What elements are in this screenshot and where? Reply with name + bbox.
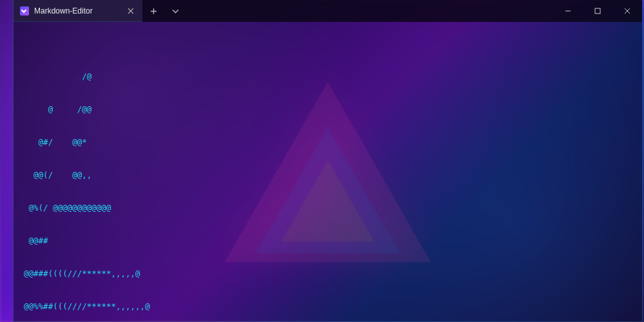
tab-title: Markdown-Editor — [34, 6, 93, 15]
close-button[interactable] — [612, 0, 642, 22]
ascii-art-line: @@## — [24, 235, 632, 246]
minimize-button[interactable] — [553, 0, 583, 22]
ascii-art-line: @%(/ @@@@@@@@@@@@ — [24, 202, 632, 213]
ascii-art-line: @@(/ @@,, — [24, 169, 632, 180]
terminal-window: Markdown-Editor /@ — [13, 0, 643, 322]
close-tab-icon[interactable] — [126, 6, 136, 16]
app-icon — [20, 6, 29, 15]
ascii-art-line: @#/ @@* — [24, 137, 632, 147]
tab-dropdown-icon[interactable] — [164, 0, 186, 22]
window-controls — [553, 0, 642, 22]
ascii-art-line: /@ — [24, 71, 632, 82]
terminal-body[interactable]: /@ @ /@@ @#/ @@* @@(/ @@,, @%(/ @@@@@@@@… — [14, 22, 642, 321]
ascii-art-line: @@%%##(((////******,,,,,,@ — [24, 301, 632, 312]
maximize-button[interactable] — [583, 0, 612, 22]
new-tab-button[interactable] — [142, 0, 164, 22]
titlebar: Markdown-Editor — [14, 0, 642, 22]
ascii-art-line: @ /@@ — [24, 104, 632, 115]
ascii-art-line: @@###((((///******,,,,,@ — [24, 268, 632, 279]
tab-active[interactable]: Markdown-Editor — [14, 0, 142, 22]
svg-rect-0 — [595, 8, 600, 14]
